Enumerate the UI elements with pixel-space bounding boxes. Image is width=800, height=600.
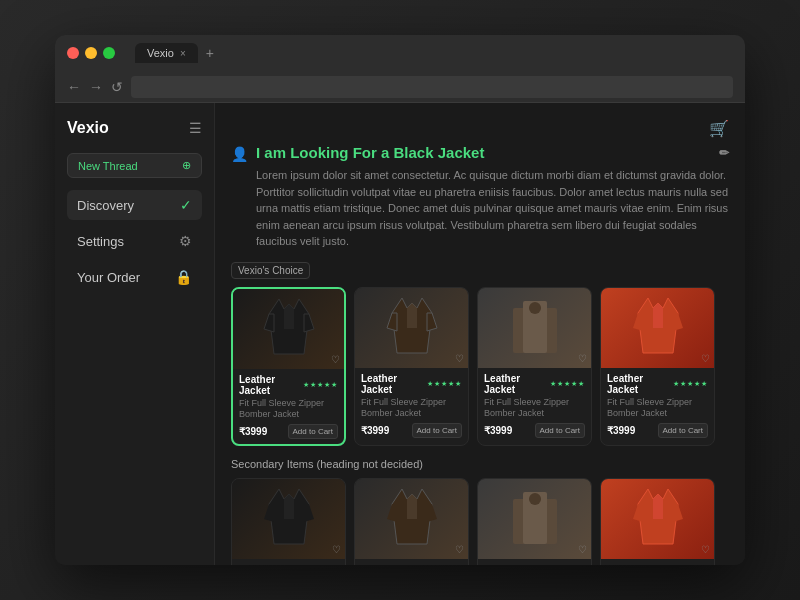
- svg-point-7: [529, 493, 541, 505]
- product-card: ♡ Leather Jacket ★★★★★ Fit Full Sleeve Z…: [600, 287, 715, 446]
- your-order-badge: 🔒: [175, 269, 192, 285]
- heart-icon-s2[interactable]: ♡: [455, 544, 464, 555]
- traffic-lights: [67, 47, 115, 59]
- menu-icon[interactable]: ☰: [189, 120, 202, 136]
- user-icon: 👤: [231, 146, 248, 162]
- add-to-cart-btn-4[interactable]: Add to Cart: [658, 423, 708, 438]
- product-name-3: Leather Jacket: [484, 373, 547, 395]
- product-image-s1: ♡: [232, 479, 345, 559]
- sidebar-item-your-order[interactable]: Your Order 🔒: [67, 262, 202, 292]
- settings-label: Settings: [77, 234, 124, 249]
- browser-toolbar: ← → ↺: [55, 71, 745, 103]
- product-stars-1: ★★★★★: [303, 381, 338, 389]
- secondary-label-text: Secondary Items (heading not decided): [231, 458, 423, 470]
- add-to-cart-btn-2[interactable]: Add to Cart: [412, 423, 462, 438]
- discovery-label: Discovery: [77, 198, 134, 213]
- product-card: ♡ Leather Jacket ★★★★★ Fit Full Sleeve Z…: [354, 287, 469, 446]
- tab-close-icon[interactable]: ×: [180, 48, 186, 59]
- product-info-3: Leather Jacket ★★★★★ Fit Full Sleeve Zip…: [478, 368, 591, 443]
- add-to-cart-btn-3[interactable]: Add to Cart: [535, 423, 585, 438]
- product-card-secondary: ♡ Leather Jacket ★★★★★ Fit Full Sleeve Z…: [354, 478, 469, 565]
- product-grid-secondary: ♡ Leather Jacket ★★★★★ Fit Full Sleeve Z…: [231, 478, 729, 565]
- product-image-1: ♡: [233, 289, 344, 369]
- new-tab-icon[interactable]: +: [206, 45, 214, 61]
- product-image-4: ♡: [601, 288, 714, 368]
- svg-point-3: [529, 302, 541, 314]
- product-name-s1: Leather Jacket: [238, 564, 301, 565]
- product-info-s3: Leather Jacket ★★★★★ Fit Full Sleeve Zip…: [478, 559, 591, 565]
- product-stars-4: ★★★★★: [673, 380, 708, 388]
- product-card: ♡ Leather Jacket ★★★★★ Fit Full Sleeve Z…: [231, 287, 346, 446]
- product-info-1: Leather Jacket ★★★★★ Fit Full Sleeve Zip…: [233, 369, 344, 444]
- heart-icon-s1[interactable]: ♡: [332, 544, 341, 555]
- new-thread-button[interactable]: New Thread ⊕: [67, 153, 202, 178]
- product-grid-primary: ♡ Leather Jacket ★★★★★ Fit Full Sleeve Z…: [231, 287, 729, 446]
- desktop: Vexio × + ← → ↺ Vexio ☰ New Thread: [0, 0, 800, 600]
- heart-icon-3[interactable]: ♡: [578, 353, 587, 364]
- product-desc-2: Fit Full Sleeve Zipper Bomber Jacket: [361, 397, 462, 420]
- main-content: 🛒 👤 I am Looking For a Black Jacket ✏ Lo…: [215, 103, 745, 565]
- sidebar-item-discovery[interactable]: Discovery ✓: [67, 190, 202, 220]
- heart-icon-2[interactable]: ♡: [455, 353, 464, 364]
- product-price-4: ₹3999: [607, 425, 635, 436]
- product-info-s2: Leather Jacket ★★★★★ Fit Full Sleeve Zip…: [355, 559, 468, 565]
- product-card-secondary: ♡ Leather Jacket ★★★★★ Fit Full Sleeve Z…: [231, 478, 346, 565]
- product-info-4: Leather Jacket ★★★★★ Fit Full Sleeve Zip…: [601, 368, 714, 443]
- query-text-area: I am Looking For a Black Jacket ✏ Lorem …: [256, 144, 729, 250]
- browser-titlebar: Vexio × +: [55, 35, 745, 71]
- product-name-1: Leather Jacket: [239, 374, 300, 396]
- product-footer-3: ₹3999 Add to Cart: [484, 423, 585, 438]
- product-footer-2: ₹3999 Add to Cart: [361, 423, 462, 438]
- product-card-secondary: ♡ Leather Jacket ★★★★★ Fit Full Sleeve Z…: [477, 478, 592, 565]
- heart-icon-s3[interactable]: ♡: [578, 544, 587, 555]
- forward-button[interactable]: →: [89, 79, 103, 95]
- product-stars-2: ★★★★★: [427, 380, 462, 388]
- edit-icon[interactable]: ✏: [719, 146, 729, 160]
- product-stars-3: ★★★★★: [550, 380, 585, 388]
- product-desc-4: Fit Full Sleeve Zipper Bomber Jacket: [607, 397, 708, 420]
- your-order-label: Your Order: [77, 270, 140, 285]
- refresh-button[interactable]: ↺: [111, 79, 123, 95]
- product-price-1: ₹3999: [239, 426, 267, 437]
- cart-icon[interactable]: 🛒: [709, 119, 729, 138]
- product-card: ♡ Leather Jacket ★★★★★ Fit Full Sleeve Z…: [477, 287, 592, 446]
- product-image-s3: ♡: [478, 479, 591, 559]
- product-desc-3: Fit Full Sleeve Zipper Bomber Jacket: [484, 397, 585, 420]
- discovery-badge: ✓: [180, 197, 192, 213]
- product-price-2: ₹3999: [361, 425, 389, 436]
- product-price-3: ₹3999: [484, 425, 512, 436]
- sidebar: Vexio ☰ New Thread ⊕ Discovery ✓ Setting…: [55, 103, 215, 565]
- browser-tab[interactable]: Vexio ×: [135, 43, 198, 63]
- tab-bar: Vexio × +: [135, 43, 214, 63]
- heart-icon-4[interactable]: ♡: [701, 353, 710, 364]
- vexios-choice-section-label: Vexio's Choice: [231, 262, 729, 279]
- heart-icon-s4[interactable]: ♡: [701, 544, 710, 555]
- product-name-2: Leather Jacket: [361, 373, 424, 395]
- query-section: 👤 I am Looking For a Black Jacket ✏ Lore…: [231, 144, 729, 250]
- back-button[interactable]: ←: [67, 79, 81, 95]
- product-image-s4: ♡: [601, 479, 714, 559]
- heart-icon-1[interactable]: ♡: [331, 354, 340, 365]
- product-info-2: Leather Jacket ★★★★★ Fit Full Sleeve Zip…: [355, 368, 468, 443]
- secondary-section-label: Secondary Items (heading not decided): [231, 458, 729, 470]
- sidebar-item-settings[interactable]: Settings ⚙: [67, 226, 202, 256]
- query-description: Lorem ipsum dolor sit amet consectetur. …: [256, 167, 729, 250]
- browser-window: Vexio × + ← → ↺ Vexio ☰ New Thread: [55, 35, 745, 565]
- product-desc-1: Fit Full Sleeve Zipper Bomber Jacket: [239, 398, 338, 421]
- product-name-4: Leather Jacket: [607, 373, 670, 395]
- address-bar[interactable]: [131, 76, 733, 98]
- app-content: Vexio ☰ New Thread ⊕ Discovery ✓ Setting…: [55, 103, 745, 565]
- product-image-2: ♡: [355, 288, 468, 368]
- product-name-s2: Leather Jacket: [361, 564, 424, 565]
- add-to-cart-btn-1[interactable]: Add to Cart: [288, 424, 338, 439]
- query-title: I am Looking For a Black Jacket ✏: [256, 144, 729, 161]
- traffic-light-maximize[interactable]: [103, 47, 115, 59]
- new-thread-plus-icon: ⊕: [182, 159, 191, 172]
- product-name-s3: Leather Jacket: [484, 564, 547, 565]
- query-title-text: I am Looking For a Black Jacket: [256, 144, 484, 161]
- traffic-light-minimize[interactable]: [85, 47, 97, 59]
- product-info-s4: Leather Jacket ★★★★★ Fit Full Sleeve Zip…: [601, 559, 714, 565]
- traffic-light-close[interactable]: [67, 47, 79, 59]
- product-image-3: ♡: [478, 288, 591, 368]
- sidebar-logo: Vexio: [67, 119, 109, 137]
